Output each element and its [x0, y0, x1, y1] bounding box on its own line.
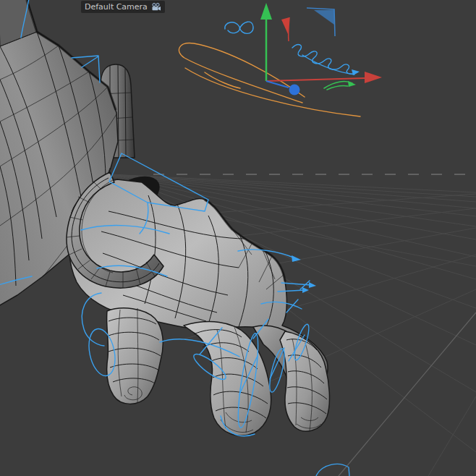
viewport-canvas[interactable] [0, 0, 476, 476]
axis-z-handle[interactable] [289, 85, 300, 95]
camera-label-text: Default Camera [85, 1, 148, 13]
camera-icon [151, 3, 161, 11]
viewport-3d[interactable]: Default Camera [0, 0, 476, 476]
camera-label[interactable]: Default Camera [81, 1, 165, 13]
